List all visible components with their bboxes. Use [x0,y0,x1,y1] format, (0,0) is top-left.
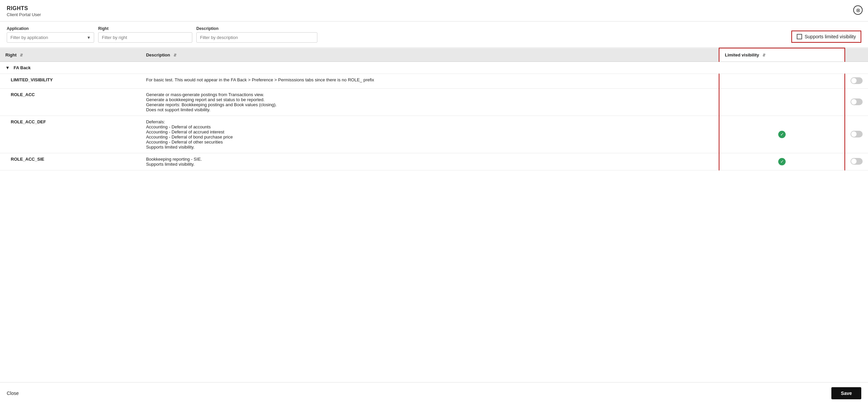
table-row: LIMITED_VISIBILITY For basic test. This … [0,74,868,89]
toggle-switch[interactable] [850,98,863,105]
save-button[interactable]: Save [831,387,861,399]
col-header-right[interactable]: Right ⇵ [0,48,141,62]
filter-row: Application ▼ Right Description Supports… [0,22,868,48]
col-right-label: Right [5,53,17,58]
description-input-wrap [196,32,317,43]
toggle-cell[interactable] [845,74,868,89]
toggle-switch[interactable] [850,131,863,137]
right-cell: ROLE_ACC_DEF [0,116,141,153]
toggle-cell[interactable] [845,89,868,116]
right-cell: LIMITED_VISIBILITY [0,74,141,89]
right-cell: ROLE_ACC [0,89,141,116]
toggle-switch[interactable] [850,77,863,84]
limited-visibility-cell: ✓ [719,116,845,153]
description-cell: Deferrals:Accounting - Deferral of accou… [141,116,719,153]
limited-visibility-cell [719,74,845,89]
limited-visibility-filter[interactable]: Supports limited visibility [792,31,862,43]
col-header-description[interactable]: Description ⇵ [141,48,719,62]
toggle-cell[interactable] [845,116,868,153]
description-filter-group: Description [196,26,317,43]
dialog-subtitle: Client Portal User [7,12,861,17]
rights-table: Right ⇵ Description ⇵ Limited visibility… [0,48,868,170]
group-cell: ▼ FA Back [0,62,868,74]
description-cell: Generate or mass-generate postings from … [141,89,719,116]
dialog-header: RIGHTS Client Portal User ⊗ [0,0,868,22]
right-cell: ROLE_ACC_SIE [0,153,141,170]
right-filter-group: Right [98,26,192,43]
group-row[interactable]: ▼ FA Back [0,62,868,74]
right-label: Right [98,26,192,31]
table-row: ROLE_ACC_SIE Bookkeeping reporting - SIE… [0,153,868,170]
limited-visibility-checkbox[interactable] [797,34,802,39]
rights-dialog: RIGHTS Client Portal User ⊗ Application … [0,0,868,404]
description-cell: Bookkeeping reporting - SIE.Supports lim… [141,153,719,170]
limited-visibility-cell [719,89,845,116]
application-input[interactable] [7,32,94,43]
limited-visibility-cell: ✓ [719,153,845,170]
check-icon: ✓ [778,131,786,138]
col-limited-visibility-label: Limited visibility [725,53,759,58]
application-input-wrap: ▼ [7,32,94,43]
right-input[interactable] [98,32,192,43]
check-icon: ✓ [778,158,786,165]
description-input[interactable] [196,32,317,43]
right-input-wrap [98,32,192,43]
col-header-limited-visibility[interactable]: Limited visibility ⇵ [719,48,845,62]
application-filter-group: Application ▼ [7,26,94,43]
chevron-down-icon: ▼ [5,65,10,70]
sort-icon-description[interactable]: ⇵ [174,53,177,58]
close-button[interactable]: Close [7,391,19,396]
limited-visibility-label: Supports limited visibility [805,34,856,39]
application-label: Application [7,26,94,31]
table-row: ROLE_ACC Generate or mass-generate posti… [0,89,868,116]
dialog-title: RIGHTS [7,5,861,11]
group-name: FA Back [14,65,31,70]
description-cell: For basic test. This would not appear in… [141,74,719,89]
toggle-switch[interactable] [850,158,863,165]
col-description-label: Description [146,53,170,58]
sort-icon-limited-visibility[interactable]: ⇵ [763,53,766,58]
sort-icon-right[interactable]: ⇵ [20,53,23,58]
close-icon-button[interactable]: ⊗ [853,5,863,15]
description-label: Description [196,26,317,31]
table-row: ROLE_ACC_DEF Deferrals:Accounting - Defe… [0,116,868,153]
rights-table-container: Right ⇵ Description ⇵ Limited visibility… [0,48,868,382]
dialog-footer: Close Save [0,382,868,404]
col-header-toggle [845,48,868,62]
toggle-cell[interactable] [845,153,868,170]
